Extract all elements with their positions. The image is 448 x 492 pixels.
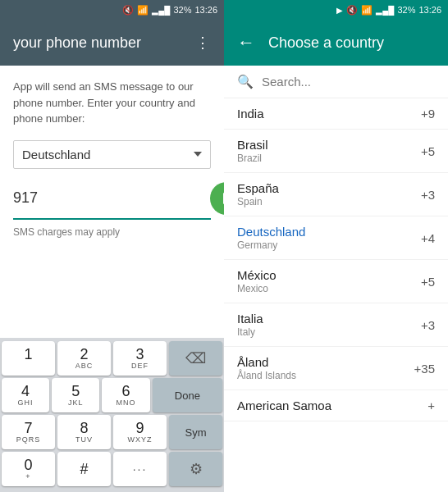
mute-icon-right: 🔇 xyxy=(346,5,358,16)
country-item-india[interactable]: India +9 xyxy=(224,98,448,130)
backspace-icon: ⌫ xyxy=(185,349,206,367)
country-item-espana[interactable]: España Spain +3 xyxy=(224,173,448,216)
country-dropdown[interactable]: Deutschland xyxy=(13,140,211,169)
country-name: American Samoa xyxy=(237,399,331,412)
country-dropdown-label: Deutschland xyxy=(22,148,90,162)
dots-icon: ··· xyxy=(133,462,148,476)
country-name: Åland xyxy=(237,355,296,369)
key-done[interactable]: Done xyxy=(153,378,222,412)
key-6[interactable]: 6 MNO xyxy=(102,378,149,412)
country-name: Deutschland xyxy=(237,225,305,239)
country-item-mexico[interactable]: México Mexico +5 xyxy=(224,260,448,303)
key-sym[interactable]: Sym xyxy=(169,415,222,449)
country-subname: Italy xyxy=(237,326,263,338)
time-right: 13:26 xyxy=(418,5,441,15)
phone-input[interactable] xyxy=(13,189,203,207)
key-2[interactable]: 2 ABC xyxy=(57,341,111,376)
phone-input-row xyxy=(13,182,211,220)
country-subname: Germany xyxy=(237,239,305,251)
youtube-icon: ▶ xyxy=(336,6,343,15)
dropdown-arrow-icon xyxy=(194,152,202,157)
country-subname: Åland Islands xyxy=(237,370,296,381)
country-code: +4 xyxy=(421,231,435,245)
battery-left: 32% xyxy=(173,5,191,15)
country-subname: Mexico xyxy=(237,283,277,294)
battery-right: 32% xyxy=(397,5,415,15)
keyboard-row-2: 4 GHI 5 JKL 6 MNO Done xyxy=(2,378,222,412)
key-gear[interactable]: ⚙ xyxy=(169,452,222,486)
mute-icon-left: 🔇 xyxy=(122,5,134,16)
country-name: España xyxy=(237,181,279,195)
country-subname: Spain xyxy=(237,196,279,207)
country-item-aland[interactable]: Åland Åland Islands +35 xyxy=(224,347,448,390)
country-item-brasil[interactable]: Brasil Brazil +5 xyxy=(224,130,448,173)
country-list: India +9 Brasil Brazil +5 España Spain +… xyxy=(224,98,448,492)
key-1[interactable]: 1 xyxy=(2,341,55,376)
country-code: +35 xyxy=(414,362,435,376)
left-header-title: your phone number xyxy=(13,34,195,52)
status-bar-left: 🔇 📶 ▂▄█ 32% 13:26 xyxy=(0,0,224,20)
key-dots[interactable]: ··· xyxy=(113,452,167,486)
right-panel: ← Choose a country 🔍 India +9 Brasil Bra… xyxy=(224,0,448,492)
signal-right: ▂▄█ xyxy=(376,6,394,15)
wifi-icon-right: 📶 xyxy=(361,5,373,16)
key-4[interactable]: 4 GHI xyxy=(2,378,49,412)
country-code: +5 xyxy=(421,275,435,289)
sms-note: SMS charges may apply xyxy=(13,226,211,238)
key-0[interactable]: 0 + xyxy=(2,452,55,486)
right-header-title: Choose a country xyxy=(268,34,384,52)
left-content: App will send an SMS message to our phon… xyxy=(0,66,224,338)
country-code: +3 xyxy=(421,318,435,332)
back-button[interactable]: ← xyxy=(237,32,255,53)
description-text: App will send an SMS message to our phon… xyxy=(13,79,211,127)
key-hash[interactable]: # xyxy=(57,452,111,486)
country-name: México xyxy=(237,268,277,282)
keyboard-row-1: 1 2 ABC 3 DEF ⌫ xyxy=(2,341,222,376)
key-7[interactable]: 7 PQRS xyxy=(2,415,55,449)
keyboard-row-4: 0 + # ··· ⚙ xyxy=(2,452,222,486)
country-name: Italia xyxy=(237,312,263,326)
keyboard-row-3: 7 PQRS 8 TUV 9 WXYZ Sym xyxy=(2,415,222,449)
left-panel: your phone number ⋮ App will send an SMS… xyxy=(0,0,224,492)
key-8[interactable]: 8 TUV xyxy=(57,415,111,449)
country-subname: Brazil xyxy=(237,153,268,164)
status-bar: 🔇 📶 ▂▄█ 32% 13:26 ▶ 🔇 📶 ▂▄█ 32% 13:26 xyxy=(0,0,448,20)
country-item-italia[interactable]: Italia Italy +3 xyxy=(224,303,448,347)
key-5[interactable]: 5 JKL xyxy=(52,378,99,412)
menu-button[interactable]: ⋮ xyxy=(195,34,211,52)
search-input[interactable] xyxy=(262,75,435,89)
left-header: your phone number ⋮ xyxy=(0,20,224,66)
search-icon: 🔍 xyxy=(237,74,254,89)
key-3[interactable]: 3 DEF xyxy=(113,341,167,376)
country-code: + xyxy=(427,399,435,412)
signal-left: ▂▄█ xyxy=(152,6,170,15)
wifi-icon-left: 📶 xyxy=(137,5,149,16)
country-name: India xyxy=(237,107,264,121)
gear-icon: ⚙ xyxy=(190,460,203,478)
country-code: +5 xyxy=(421,144,435,158)
country-name: Brasil xyxy=(237,138,268,152)
right-header: ← Choose a country xyxy=(224,20,448,66)
key-backspace[interactable]: ⌫ xyxy=(169,341,222,376)
time-left: 13:26 xyxy=(194,5,217,15)
search-bar: 🔍 xyxy=(224,66,448,98)
country-item-deutschland[interactable]: Deutschland Germany +4 xyxy=(224,216,448,260)
country-code: +9 xyxy=(421,107,435,121)
key-9[interactable]: 9 WXYZ xyxy=(113,415,167,449)
keyboard: 1 2 ABC 3 DEF ⌫ 4 GHI 5 JKL xyxy=(0,338,224,492)
country-item-american-samoa[interactable]: American Samoa + xyxy=(224,390,448,421)
country-code: +3 xyxy=(421,188,435,202)
status-bar-right: ▶ 🔇 📶 ▂▄█ 32% 13:26 xyxy=(224,0,448,20)
